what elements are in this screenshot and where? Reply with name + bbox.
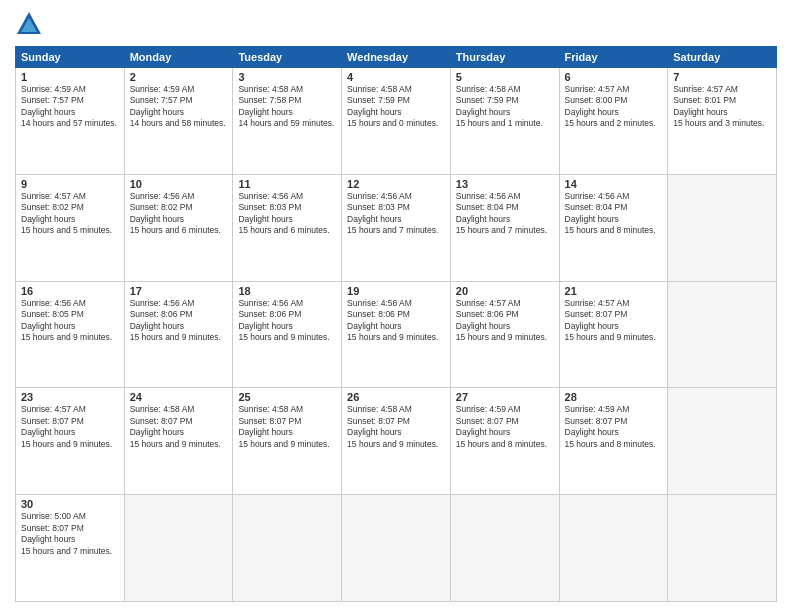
calendar-day-26: 26Sunrise: 4:58 AMSunset: 8:07 PMDayligh… [342,388,451,495]
calendar-day-10: 10Sunrise: 4:56 AMSunset: 8:02 PMDayligh… [124,174,233,281]
calendar-day-5: 5Sunrise: 4:58 AMSunset: 7:59 PMDaylight… [450,68,559,175]
day-number: 19 [347,285,445,297]
day-header-monday: Monday [124,47,233,68]
day-header-saturday: Saturday [668,47,777,68]
calendar-empty-cell [668,495,777,602]
day-number: 11 [238,178,336,190]
day-number: 18 [238,285,336,297]
day-header-thursday: Thursday [450,47,559,68]
calendar-empty-cell [668,281,777,388]
cell-info: Sunrise: 4:58 AMSunset: 8:07 PMDaylight … [347,404,445,450]
cell-info: Sunrise: 4:56 AMSunset: 8:03 PMDaylight … [238,191,336,237]
day-number: 10 [130,178,228,190]
day-number: 3 [238,71,336,83]
day-number: 25 [238,391,336,403]
calendar-week-1: 1Sunrise: 4:59 AMSunset: 7:57 PMDaylight… [16,68,777,175]
cell-info: Sunrise: 4:57 AMSunset: 8:06 PMDaylight … [456,298,554,344]
day-header-sunday: Sunday [16,47,125,68]
calendar-day-1: 1Sunrise: 4:59 AMSunset: 7:57 PMDaylight… [16,68,125,175]
day-header-wednesday: Wednesday [342,47,451,68]
cell-info: Sunrise: 4:56 AMSunset: 8:03 PMDaylight … [347,191,445,237]
calendar-day-6: 6Sunrise: 4:57 AMSunset: 8:00 PMDaylight… [559,68,668,175]
cell-info: Sunrise: 4:58 AMSunset: 7:58 PMDaylight … [238,84,336,130]
calendar-day-24: 24Sunrise: 4:58 AMSunset: 8:07 PMDayligh… [124,388,233,495]
calendar-table: SundayMondayTuesdayWednesdayThursdayFrid… [15,46,777,602]
calendar-empty-cell [668,174,777,281]
logo [15,10,47,38]
calendar-empty-cell [450,495,559,602]
cell-info: Sunrise: 4:59 AMSunset: 7:57 PMDaylight … [21,84,119,130]
calendar-day-2: 2Sunrise: 4:59 AMSunset: 7:57 PMDaylight… [124,68,233,175]
cell-info: Sunrise: 4:57 AMSunset: 8:02 PMDaylight … [21,191,119,237]
calendar-day-17: 17Sunrise: 4:56 AMSunset: 8:06 PMDayligh… [124,281,233,388]
day-number: 16 [21,285,119,297]
day-header-friday: Friday [559,47,668,68]
day-header-tuesday: Tuesday [233,47,342,68]
day-number: 4 [347,71,445,83]
day-number: 9 [21,178,119,190]
cell-info: Sunrise: 4:56 AMSunset: 8:05 PMDaylight … [21,298,119,344]
day-number: 13 [456,178,554,190]
day-number: 20 [456,285,554,297]
calendar-day-7: 7Sunrise: 4:57 AMSunset: 8:01 PMDaylight… [668,68,777,175]
day-number: 23 [21,391,119,403]
calendar-day-23: 23Sunrise: 4:57 AMSunset: 8:07 PMDayligh… [16,388,125,495]
calendar-empty-cell [559,495,668,602]
cell-info: Sunrise: 4:58 AMSunset: 8:07 PMDaylight … [130,404,228,450]
calendar-day-20: 20Sunrise: 4:57 AMSunset: 8:06 PMDayligh… [450,281,559,388]
calendar-empty-cell [233,495,342,602]
logo-icon [15,10,43,38]
header [15,10,777,38]
calendar-day-11: 11Sunrise: 4:56 AMSunset: 8:03 PMDayligh… [233,174,342,281]
cell-info: Sunrise: 4:57 AMSunset: 8:07 PMDaylight … [565,298,663,344]
cell-info: Sunrise: 4:59 AMSunset: 7:57 PMDaylight … [130,84,228,130]
day-number: 24 [130,391,228,403]
calendar-day-25: 25Sunrise: 4:58 AMSunset: 8:07 PMDayligh… [233,388,342,495]
calendar-day-4: 4Sunrise: 4:58 AMSunset: 7:59 PMDaylight… [342,68,451,175]
day-number: 26 [347,391,445,403]
day-number: 6 [565,71,663,83]
cell-info: Sunrise: 4:56 AMSunset: 8:02 PMDaylight … [130,191,228,237]
calendar-day-21: 21Sunrise: 4:57 AMSunset: 8:07 PMDayligh… [559,281,668,388]
day-number: 7 [673,71,771,83]
calendar-day-16: 16Sunrise: 4:56 AMSunset: 8:05 PMDayligh… [16,281,125,388]
calendar-day-13: 13Sunrise: 4:56 AMSunset: 8:04 PMDayligh… [450,174,559,281]
cell-info: Sunrise: 4:58 AMSunset: 8:07 PMDaylight … [238,404,336,450]
calendar-day-18: 18Sunrise: 4:56 AMSunset: 8:06 PMDayligh… [233,281,342,388]
page: SundayMondayTuesdayWednesdayThursdayFrid… [0,0,792,612]
cell-info: Sunrise: 4:57 AMSunset: 8:07 PMDaylight … [21,404,119,450]
calendar-empty-cell [668,388,777,495]
cell-info: Sunrise: 4:56 AMSunset: 8:04 PMDaylight … [456,191,554,237]
day-number: 14 [565,178,663,190]
cell-info: Sunrise: 4:57 AMSunset: 8:01 PMDaylight … [673,84,771,130]
calendar-day-27: 27Sunrise: 4:59 AMSunset: 8:07 PMDayligh… [450,388,559,495]
day-number: 12 [347,178,445,190]
calendar-week-5: 30Sunrise: 5:00 AMSunset: 8:07 PMDayligh… [16,495,777,602]
day-number: 28 [565,391,663,403]
cell-info: Sunrise: 4:56 AMSunset: 8:04 PMDaylight … [565,191,663,237]
calendar-day-12: 12Sunrise: 4:56 AMSunset: 8:03 PMDayligh… [342,174,451,281]
day-number: 17 [130,285,228,297]
calendar-day-28: 28Sunrise: 4:59 AMSunset: 8:07 PMDayligh… [559,388,668,495]
cell-info: Sunrise: 4:56 AMSunset: 8:06 PMDaylight … [238,298,336,344]
day-number: 21 [565,285,663,297]
day-number: 2 [130,71,228,83]
calendar-day-3: 3Sunrise: 4:58 AMSunset: 7:58 PMDaylight… [233,68,342,175]
calendar-week-2: 9Sunrise: 4:57 AMSunset: 8:02 PMDaylight… [16,174,777,281]
calendar-empty-cell [124,495,233,602]
cell-info: Sunrise: 4:58 AMSunset: 7:59 PMDaylight … [456,84,554,130]
day-number: 27 [456,391,554,403]
calendar-day-19: 19Sunrise: 4:56 AMSunset: 8:06 PMDayligh… [342,281,451,388]
cell-info: Sunrise: 4:56 AMSunset: 8:06 PMDaylight … [130,298,228,344]
day-number: 5 [456,71,554,83]
cell-info: Sunrise: 4:58 AMSunset: 7:59 PMDaylight … [347,84,445,130]
calendar-header-row: SundayMondayTuesdayWednesdayThursdayFrid… [16,47,777,68]
day-number: 1 [21,71,119,83]
calendar-week-4: 23Sunrise: 4:57 AMSunset: 8:07 PMDayligh… [16,388,777,495]
cell-info: Sunrise: 4:59 AMSunset: 8:07 PMDaylight … [456,404,554,450]
calendar-week-3: 16Sunrise: 4:56 AMSunset: 8:05 PMDayligh… [16,281,777,388]
cell-info: Sunrise: 4:56 AMSunset: 8:06 PMDaylight … [347,298,445,344]
calendar-day-30: 30Sunrise: 5:00 AMSunset: 8:07 PMDayligh… [16,495,125,602]
cell-info: Sunrise: 5:00 AMSunset: 8:07 PMDaylight … [21,511,119,557]
calendar-day-9: 9Sunrise: 4:57 AMSunset: 8:02 PMDaylight… [16,174,125,281]
